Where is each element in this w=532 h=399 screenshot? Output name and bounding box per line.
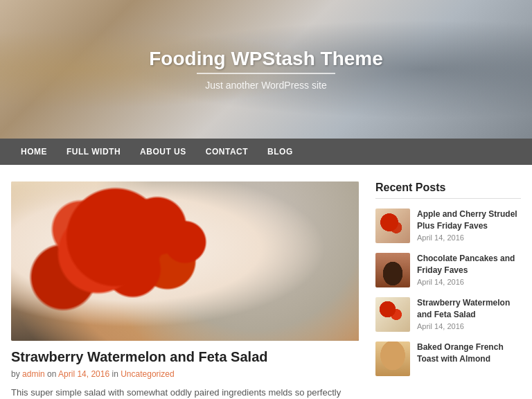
recent-post-info: Chocolate Pancakes and Friday FavesApril… [417,253,521,286]
nav-item-home[interactable]: HOME [11,139,57,165]
main-container: Strawberry Watermelon and Feta Salad by … [0,165,532,399]
hero-section: Fooding WPStash Theme Just another WordP… [0,0,532,139]
recent-post-title[interactable]: Baked Orange French Toast with Almond [417,342,521,365]
recent-post-info: Baked Orange French Toast with Almond [417,342,521,366]
recent-posts-title: Recent Posts [375,181,521,199]
nav-item-about-us[interactable]: ABOUT US [130,139,196,165]
post-meta: by admin on April 14, 2016 in Uncategori… [11,369,359,379]
featured-image [11,181,359,341]
recent-post-title[interactable]: Chocolate Pancakes and Friday Faves [417,253,521,276]
recent-post-info: Strawberry Watermelon and Feta SaladApri… [417,297,521,330]
site-tagline: Just another WordPress site [205,80,327,91]
recent-post-title[interactable]: Apple and Cherry Strudel Plus Friday Fav… [417,209,521,232]
content-area: Strawberry Watermelon and Feta Salad by … [11,181,359,399]
recent-post-thumb[interactable] [375,209,410,243]
sidebar: Recent Posts Apple and Cherry Strudel Pl… [375,181,521,399]
post-category-link[interactable]: Uncategorized [121,369,174,379]
post-in-label: in [112,369,121,379]
recent-post-info: Apple and Cherry Strudel Plus Friday Fav… [417,209,521,242]
post-excerpt: This super simple salad with somewhat od… [11,386,359,399]
nav-item-blog[interactable]: BLOG [258,139,303,165]
recent-post-item: Strawberry Watermelon and Feta SaladApri… [375,297,521,332]
recent-post-item: Baked Orange French Toast with Almond [375,342,521,376]
post-by-label: by [11,369,20,379]
recent-post-item: Chocolate Pancakes and Friday FavesApril… [375,253,521,287]
nav-item-full-width[interactable]: FULL WIDTH [57,139,130,165]
main-nav: HOMEFULL WIDTHABOUT USCONTACTBLOG [0,139,532,165]
post-on-label: on [47,369,58,379]
recent-post-thumb[interactable] [375,342,410,376]
post-title[interactable]: Strawberry Watermelon and Feta Salad [11,349,359,365]
recent-post-date: April 14, 2016 [417,233,521,242]
post-author-link[interactable]: admin [22,369,45,379]
recent-post-thumb[interactable] [375,297,410,332]
post-date-link[interactable]: April 14, 2016 [58,369,109,379]
recent-post-date: April 14, 2016 [417,278,521,286]
recent-post-item: Apple and Cherry Strudel Plus Friday Fav… [375,209,521,243]
hero-divider [197,73,335,74]
recent-posts-list: Apple and Cherry Strudel Plus Friday Fav… [375,209,521,376]
recent-post-title[interactable]: Strawberry Watermelon and Feta Salad [417,297,521,321]
nav-item-contact[interactable]: CONTACT [196,139,258,165]
recent-post-date: April 14, 2016 [417,322,521,330]
recent-post-thumb[interactable] [375,253,410,287]
site-title: Fooding WPStash Theme [149,48,383,70]
